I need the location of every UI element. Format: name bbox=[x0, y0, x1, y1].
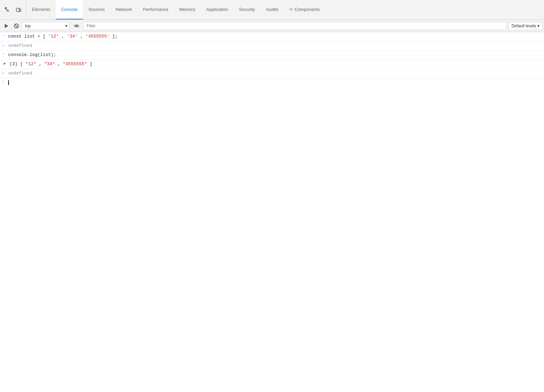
console-toolbar: top ▾ Default levels ▾ bbox=[0, 20, 544, 32]
console-entry-const: › const list = [ '12' , '34' , '4555555'… bbox=[0, 32, 544, 41]
inspect-element-button[interactable] bbox=[3, 5, 12, 15]
log-levels-chevron: ▾ bbox=[538, 24, 540, 28]
eye-button[interactable] bbox=[72, 21, 81, 31]
console-input-row[interactable]: › bbox=[0, 78, 544, 87]
svg-line-5 bbox=[15, 25, 18, 27]
entry-content-log: console.log(list); bbox=[7, 51, 544, 59]
svg-rect-1 bbox=[16, 8, 19, 12]
entry-arrow-input1: › bbox=[0, 33, 7, 38]
devtools-panel: Elements Console Sources Network Perform… bbox=[0, 0, 544, 392]
cursor bbox=[8, 80, 9, 85]
tab-network[interactable]: Network bbox=[110, 0, 138, 19]
console-entry-array: ▶ (3) [ "12" , "34" , "4555555" ] bbox=[0, 60, 544, 69]
entry-arrow-input2: › bbox=[0, 51, 7, 56]
entry-content-undefined1: undefined bbox=[7, 42, 544, 50]
entry-content-array: (3) [ "12" , "34" , "4555555" ] bbox=[8, 60, 544, 68]
console-entry-log: › console.log(list); bbox=[0, 51, 544, 60]
play-button[interactable] bbox=[1, 21, 11, 31]
tab-elements[interactable]: Elements bbox=[26, 0, 56, 19]
context-selector-chevron: ▾ bbox=[65, 24, 67, 28]
tab-audits[interactable]: Audits bbox=[260, 0, 284, 19]
entry-expand-arrow[interactable]: ▶ bbox=[1, 60, 8, 66]
tab-components[interactable]: ⚛ Components bbox=[284, 0, 325, 19]
tab-security[interactable]: Security bbox=[233, 0, 260, 19]
tab-bar-icons bbox=[0, 0, 26, 19]
console-output: › const list = [ '12' , '34' , '4555555'… bbox=[0, 32, 544, 392]
entry-content-const: const list = [ '12' , '34' , '4555555' ]… bbox=[7, 33, 544, 40]
clear-console-button[interactable] bbox=[12, 21, 21, 31]
svg-point-6 bbox=[76, 25, 78, 27]
input-prompt-arrow: › bbox=[0, 79, 7, 84]
log-levels-button[interactable]: Default levels ▾ bbox=[508, 22, 543, 30]
tab-console[interactable]: Console bbox=[56, 0, 83, 19]
context-selector[interactable]: top ▾ bbox=[22, 22, 70, 30]
device-toolbar-button[interactable] bbox=[14, 5, 23, 15]
entry-content-undefined2: undefined bbox=[7, 70, 544, 77]
svg-rect-2 bbox=[19, 9, 21, 12]
tab-memory[interactable]: Memory bbox=[174, 0, 201, 19]
console-input-content[interactable] bbox=[7, 79, 544, 86]
tab-performance[interactable]: Performance bbox=[137, 0, 174, 19]
tab-bar: Elements Console Sources Network Perform… bbox=[0, 0, 544, 20]
tab-sources[interactable]: Sources bbox=[83, 0, 110, 19]
console-entry-undefined1: ← undefined bbox=[0, 41, 544, 51]
svg-marker-3 bbox=[5, 24, 8, 28]
tab-application[interactable]: Application bbox=[201, 0, 234, 19]
entry-arrow-output2: ← bbox=[0, 70, 7, 76]
filter-input[interactable] bbox=[83, 22, 506, 30]
console-entry-undefined2: ← undefined bbox=[0, 69, 544, 78]
entry-arrow-output1: ← bbox=[0, 42, 7, 48]
